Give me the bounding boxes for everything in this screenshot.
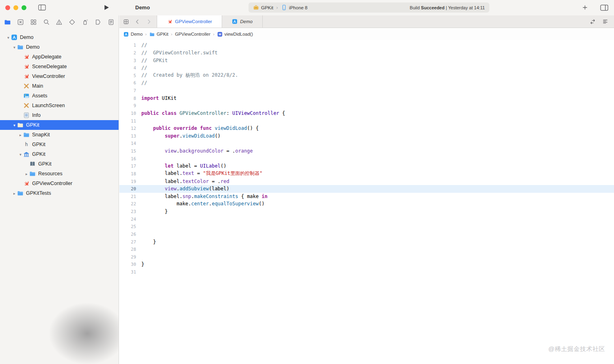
file-row-gpkit[interactable]: hGPKit [0, 140, 119, 149]
file-row-assets[interactable]: Assets [0, 91, 119, 101]
breadcrumb-label: GPKit [157, 32, 169, 37]
code-line-4[interactable]: 4// [119, 64, 614, 72]
file-row-appdelegate[interactable]: AppDelegate [0, 52, 119, 62]
code-review-icon[interactable] [590, 19, 596, 25]
code-line-23[interactable]: 23 } [119, 208, 614, 215]
code-line-2[interactable]: 2// GPViewController.swift [119, 49, 614, 57]
code-line-3[interactable]: 3// GPKit [119, 56, 614, 64]
code-line-5[interactable]: 5// Created by 杨明浩 on 2022/8/2. [119, 72, 614, 80]
line-number: 17 [119, 164, 136, 168]
code-line-18[interactable]: 18 label.text = "我是GPKit里面的控制器" [119, 170, 614, 178]
file-row-viewcontroller[interactable]: ViewController [0, 71, 119, 81]
toggle-navigator-icon[interactable] [38, 4, 46, 11]
line-number: 21 [119, 194, 136, 199]
scheme-name[interactable]: GPKit [261, 5, 273, 10]
code-line-8[interactable]: 8import UIKit [119, 94, 614, 102]
navigator-tab-find[interactable] [43, 19, 50, 26]
code-line-15[interactable]: 15 view.backgroundColor = .orange [119, 147, 614, 155]
file-row-main[interactable]: Main [0, 81, 119, 91]
breadcrumb-item-demo[interactable]: Demo [123, 32, 143, 37]
code-line-30[interactable]: 30} [119, 261, 614, 268]
file-row-resources[interactable]: ▸Resources [0, 169, 119, 179]
file-row-info[interactable]: Info [0, 110, 119, 120]
file-row-demo[interactable]: ▾Demo [0, 32, 119, 42]
navigator-tab-tests[interactable] [69, 19, 76, 26]
navigator-tab-breakpoints[interactable] [95, 19, 102, 26]
code-line-20[interactable]: 20 view.addSubview(label) [119, 185, 614, 193]
file-label: Demo [20, 34, 33, 40]
swift-icon [23, 54, 30, 60]
navigator-tab-debug[interactable] [82, 19, 89, 26]
navigator-tab-project[interactable] [4, 19, 11, 26]
line-number: 5 [119, 73, 136, 78]
tab-gpviewcontroller[interactable]: GPViewController [157, 15, 222, 28]
code-line-1[interactable]: 1// [119, 41, 614, 49]
disclosure-open-icon[interactable]: ▾ [6, 35, 11, 40]
code-line-28[interactable]: 28 [119, 246, 614, 253]
code-line-13[interactable]: 13 super.viewDidLoad() [119, 132, 614, 140]
build-status-prefix: Build [410, 5, 421, 10]
close-window-button[interactable] [5, 5, 10, 10]
breadcrumb-item-viewdidload[interactable]: MviewDidLoad() [217, 32, 253, 37]
disclosure-closed-icon[interactable]: ▸ [18, 133, 23, 137]
file-row-gpkit[interactable]: ▾GPKit [0, 120, 119, 130]
tab-overview-icon[interactable] [123, 19, 129, 25]
library-icon [23, 151, 30, 157]
file-row-gpkit[interactable]: GPKit [0, 159, 119, 169]
code-line-17[interactable]: 17 let label = UILabel() [119, 162, 614, 170]
code-line-12[interactable]: 12 public override func viewDidLoad() { [119, 125, 614, 132]
library-add-icon[interactable] [582, 4, 588, 11]
code-line-29[interactable]: 29 [119, 253, 614, 261]
file-row-gpkittests[interactable]: ▸GPKitTests [0, 188, 119, 198]
swift-icon [23, 180, 30, 187]
tab-demo[interactable]: Demo [222, 15, 263, 28]
code-editor: 1//2// GPViewController.swift3// GPKit4/… [119, 40, 614, 364]
file-row-snapkit[interactable]: ▸SnapKit [0, 130, 119, 140]
run-button[interactable] [104, 4, 109, 11]
code-line-26[interactable]: 26 [119, 230, 614, 238]
code-line-27[interactable]: 27 } [119, 238, 614, 246]
code-line-24[interactable]: 24 [119, 215, 614, 223]
adjust-editor-icon[interactable] [602, 19, 608, 25]
line-number: 11 [119, 118, 136, 123]
breadcrumb-item-gpkit[interactable]: GPKit [149, 32, 169, 37]
file-row-gpviewcontroller[interactable]: GPViewController [0, 179, 119, 188]
code-line-21[interactable]: 21 label.snp.makeConstraints { make in [119, 193, 614, 200]
forward-icon[interactable] [146, 19, 152, 25]
navigator-tab-issues[interactable] [56, 19, 63, 26]
code-line-9[interactable]: 9 [119, 102, 614, 110]
line-number: 19 [119, 179, 136, 184]
code-line-16[interactable]: 16 [119, 155, 614, 162]
navigator-tab-reports[interactable] [108, 19, 115, 26]
file-row-launchscreen[interactable]: LaunchScreen [0, 101, 119, 110]
code-line-6[interactable]: 6// [119, 79, 614, 87]
code-text: public class GPViewController: UIViewCon… [136, 110, 285, 116]
navigator-tab-symbols[interactable] [30, 19, 37, 26]
run-destination-icon [281, 4, 287, 11]
disclosure-closed-icon[interactable]: ▸ [12, 191, 17, 196]
file-row-demo[interactable]: ▾Demo [0, 42, 119, 52]
disclosure-open-icon[interactable]: ▾ [12, 45, 17, 50]
disclosure-closed-icon[interactable]: ▸ [24, 172, 29, 176]
build-status[interactable]: Build Succeeded | Yesterday at 14:11 [410, 5, 485, 10]
file-row-gpkit[interactable]: ▾GPKit [0, 149, 119, 159]
folder-icon [149, 32, 155, 37]
code-line-19[interactable]: 19 label.textColor = .red [119, 177, 614, 185]
code-line-22[interactable]: 22 make.center.equalToSuperview() [119, 200, 614, 208]
navigator-tab-source-control[interactable] [17, 19, 24, 26]
disclosure-open-icon[interactable]: ▾ [12, 123, 17, 127]
code-line-14[interactable]: 14 [119, 140, 614, 147]
breadcrumb-item-gpviewcontroller[interactable]: GPViewController [175, 32, 210, 37]
disclosure-open-icon[interactable]: ▾ [18, 152, 23, 157]
file-row-scenedelegate[interactable]: SceneDelegate [0, 62, 119, 71]
editor-layout-icon[interactable] [600, 4, 609, 11]
code-line-11[interactable]: 11 [119, 117, 614, 125]
code-line-10[interactable]: 10public class GPViewController: UIViewC… [119, 110, 614, 117]
code-line-31[interactable]: 31 [119, 268, 614, 276]
minimize-window-button[interactable] [13, 5, 18, 10]
code-line-7[interactable]: 7 [119, 87, 614, 95]
run-destination-name[interactable]: iPhone 8 [289, 5, 307, 10]
back-icon[interactable] [134, 19, 141, 25]
code-line-25[interactable]: 25 [119, 223, 614, 230]
zoom-window-button[interactable] [22, 5, 26, 10]
